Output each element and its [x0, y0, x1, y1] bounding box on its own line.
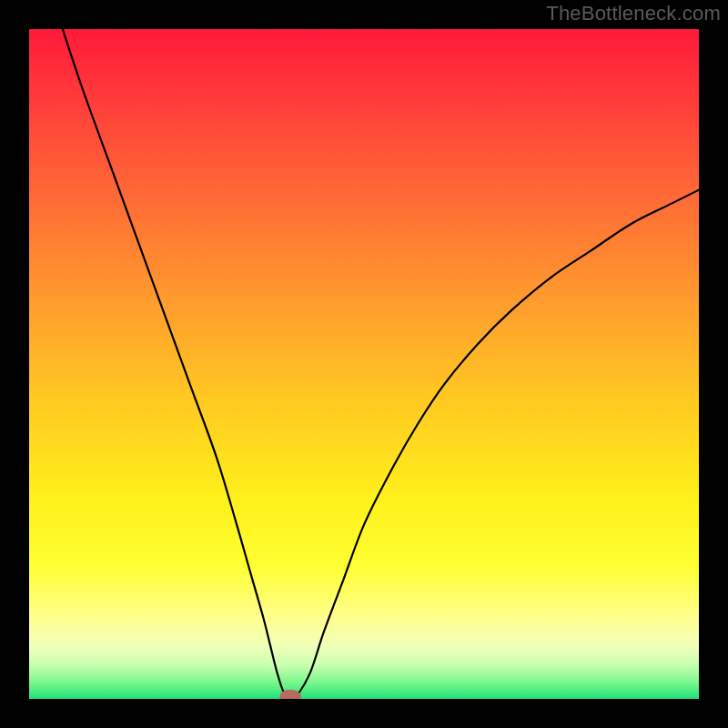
- chart-svg: [29, 29, 699, 699]
- chart-frame: TheBottleneck.com: [0, 0, 728, 728]
- plot-area: [29, 29, 699, 699]
- watermark-text: TheBottleneck.com: [546, 2, 721, 25]
- gradient-background: [29, 29, 699, 699]
